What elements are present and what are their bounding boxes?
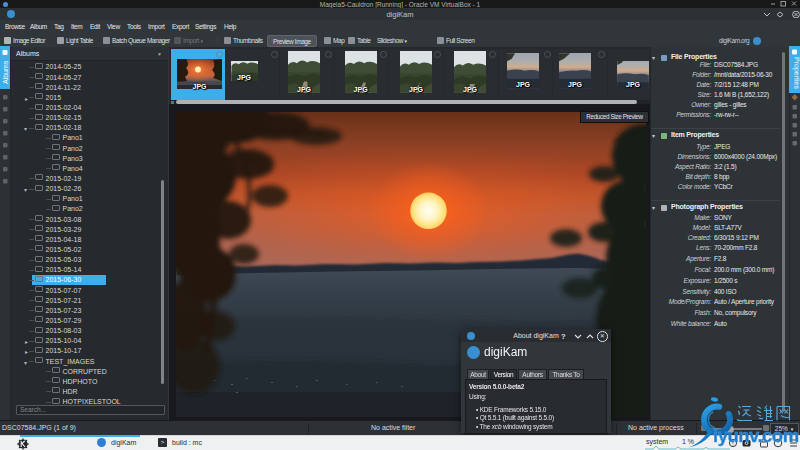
- svg-text:Albums: Albums: [2, 60, 9, 84]
- svg-text:iyunv.com: iyunv.com: [713, 425, 799, 446]
- svg-text:Properties: Properties: [793, 57, 800, 89]
